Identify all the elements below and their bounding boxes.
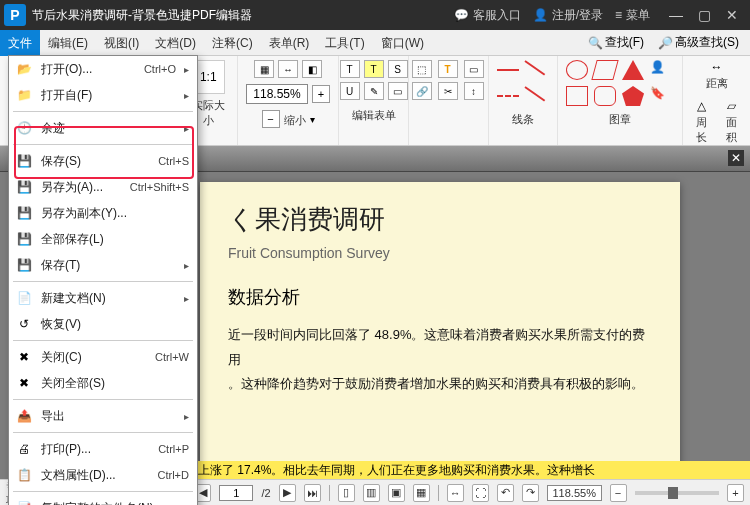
rotate-right-button[interactable]: ↷ <box>522 484 539 502</box>
minimize-button[interactable]: — <box>662 0 690 30</box>
strike-tool-icon[interactable]: S <box>388 60 408 78</box>
polyline-shape[interactable] <box>525 86 547 106</box>
page-number-input[interactable] <box>219 485 253 501</box>
circle-shape[interactable] <box>566 60 588 80</box>
menu-open-from[interactable]: 📁打开自(F)▸ <box>9 82 197 108</box>
folder-icon: 📁 <box>15 86 33 104</box>
login-link[interactable]: 👤 注册/登录 <box>533 7 603 24</box>
support-link[interactable]: 💬 客服入口 <box>454 7 521 24</box>
find-button[interactable]: 🔍查找(F) <box>583 31 649 54</box>
maximize-button[interactable]: ▢ <box>690 0 718 30</box>
zoom-value[interactable]: 118.55% <box>246 84 308 104</box>
menu-tool[interactable]: 工具(T) <box>317 30 372 56</box>
menu-form[interactable]: 表单(R) <box>261 30 318 56</box>
highlight-tool-icon[interactable]: T <box>364 60 384 78</box>
layout-cont-icon[interactable]: ▥ <box>363 484 380 502</box>
fit-page-button[interactable]: ⛶ <box>472 484 489 502</box>
save-copy-icon: 💾 <box>15 204 33 222</box>
rotate-left-button[interactable]: ↶ <box>497 484 514 502</box>
menu-save-to[interactable]: 💾保存(T)▸ <box>9 252 197 278</box>
new-doc-icon: 📄 <box>15 289 33 307</box>
textbox-tool-icon[interactable]: ▭ <box>388 82 408 100</box>
zoom-dropdown-icon[interactable]: ▾ <box>310 114 315 125</box>
ribbon-zoom-group: ▦ ↔ ◧ 118.55% + − 缩小 ▾ <box>238 56 339 145</box>
menu-restore[interactable]: ↺恢复(V) <box>9 311 197 337</box>
line-shape[interactable] <box>497 69 519 71</box>
menu-save-all[interactable]: 💾全部保存(L) <box>9 226 197 252</box>
restore-icon: ↺ <box>15 315 33 333</box>
close-tab-button[interactable]: ✕ <box>728 150 744 166</box>
dashed-line-shape[interactable] <box>497 95 519 97</box>
fit-visible-icon[interactable]: ◧ <box>302 60 322 78</box>
menu-open[interactable]: 📂打开(O)...Ctrl+O▸ <box>9 56 197 82</box>
text-tool-icon[interactable]: T <box>340 60 360 78</box>
menu-annotate[interactable]: 注释(C) <box>204 30 261 56</box>
area-icon[interactable]: ▱ <box>722 99 742 113</box>
titlebar: P 节后水果消费调研-背景色迅捷PDF编辑器 💬 客服入口 👤 注册/登录 ≡ … <box>0 0 750 30</box>
menu-window[interactable]: 窗口(W) <box>373 30 432 56</box>
menu-new-doc[interactable]: 📄新建文档(N)▸ <box>9 285 197 311</box>
menu-print[interactable]: 🖨打印(P)...Ctrl+P <box>9 436 197 462</box>
file-menu-dropdown: 📂打开(O)...Ctrl+O▸ 📁打开自(F)▸ 🕘余迹▸ 💾保存(S)Ctr… <box>8 55 198 505</box>
zoom-out-status[interactable]: − <box>610 484 627 502</box>
rect-shape[interactable] <box>566 86 588 106</box>
ribbon-shapes: 👤 🔖 图章 <box>558 56 683 145</box>
polygon-shape[interactable] <box>622 60 644 80</box>
distance-icon[interactable]: ↔ <box>706 60 728 74</box>
cloud-shape[interactable] <box>594 86 616 106</box>
save-all-icon: 💾 <box>15 230 33 248</box>
menu-close-all[interactable]: ✖关闭全部(S) <box>9 370 197 396</box>
main-menu[interactable]: ≡ 菜单 <box>615 7 650 24</box>
zoom-out-button[interactable]: − <box>262 110 280 128</box>
layout-book-icon[interactable]: ▦ <box>413 484 430 502</box>
zoom-in-status[interactable]: + <box>727 484 744 502</box>
export-icon: 📤 <box>15 407 33 425</box>
stamp-tool-icon[interactable]: 🔖 <box>650 86 674 108</box>
menu-save-as[interactable]: 💾另存为(A)...Ctrl+Shift+S <box>9 174 197 200</box>
zoom-in-button[interactable]: + <box>312 85 330 103</box>
layout-single-icon[interactable]: ▯ <box>338 484 355 502</box>
menu-recent[interactable]: 🕘余迹▸ <box>9 115 197 141</box>
menu-file[interactable]: 文件 <box>0 30 40 56</box>
advanced-find-button[interactable]: 🔎高级查找(S) <box>653 31 744 54</box>
arrow-shape[interactable] <box>525 60 547 80</box>
status-zoom[interactable]: 118.55% <box>547 485 602 501</box>
close-window-button[interactable]: ✕ <box>718 0 746 30</box>
menu-export[interactable]: 📤导出▸ <box>9 403 197 429</box>
menu-save[interactable]: 💾保存(S)Ctrl+S <box>9 148 197 174</box>
underline-tool-icon[interactable]: U <box>340 82 360 100</box>
doc-subtitle: Fruit Consumption Survey <box>228 245 652 261</box>
page-total: /2 <box>261 487 270 499</box>
menu-edit[interactable]: 编辑(E) <box>40 30 96 56</box>
menu-view[interactable]: 视图(I) <box>96 30 147 56</box>
doc-paragraph-1: 近一段时间内同比回落了 48.9%。这意味着消费者购买水果所需支付的费用 <box>228 323 652 372</box>
select-tool-icon[interactable]: ⬚ <box>412 60 432 78</box>
rect-tool-icon[interactable]: ▭ <box>464 60 484 78</box>
fit-page-icon[interactable]: ▦ <box>254 60 274 78</box>
link-tool-icon[interactable]: 🔗 <box>412 82 432 100</box>
fit-width-button[interactable]: ↔ <box>447 484 464 502</box>
ribbon-lines: 线条 <box>489 56 558 145</box>
fit-width-icon[interactable]: ↔ <box>278 60 298 78</box>
menu-copy-path[interactable]: 📑复制完整的文件名(N) <box>9 495 197 505</box>
pointer-tool-icon[interactable]: ↕ <box>464 82 484 100</box>
zoom-slider[interactable] <box>635 491 720 495</box>
layout-facing-icon[interactable]: ▣ <box>388 484 405 502</box>
ribbon-more-tools: ⬚ T ▭ 🔗 ✂ ↕ <box>409 56 489 145</box>
pentagon-shape[interactable] <box>622 86 644 106</box>
note-tool-icon[interactable]: ✎ <box>364 82 384 100</box>
text-yellow-icon[interactable]: T <box>438 60 458 78</box>
menu-save-copy[interactable]: 💾另存为副本(Y)... <box>9 200 197 226</box>
menu-doc[interactable]: 文档(D) <box>147 30 204 56</box>
rhombus-shape[interactable] <box>591 60 618 80</box>
pdf-page[interactable]: く果消费调研 Fruit Consumption Survey 数据分析 近一段… <box>200 182 680 505</box>
perimeter-icon[interactable]: △ <box>691 99 711 113</box>
nav-last-button[interactable]: ⏭ <box>304 484 321 502</box>
doc-heading-2: 数据分析 <box>228 285 652 309</box>
nav-next-button[interactable]: ▶ <box>279 484 296 502</box>
menu-properties[interactable]: 📋文档属性(D)...Ctrl+D <box>9 462 197 488</box>
recent-icon: 🕘 <box>15 119 33 137</box>
stamp-icon[interactable]: 👤 <box>650 60 674 82</box>
menu-close[interactable]: ✖关闭(C)Ctrl+W <box>9 344 197 370</box>
crop-tool-icon[interactable]: ✂ <box>438 82 458 100</box>
